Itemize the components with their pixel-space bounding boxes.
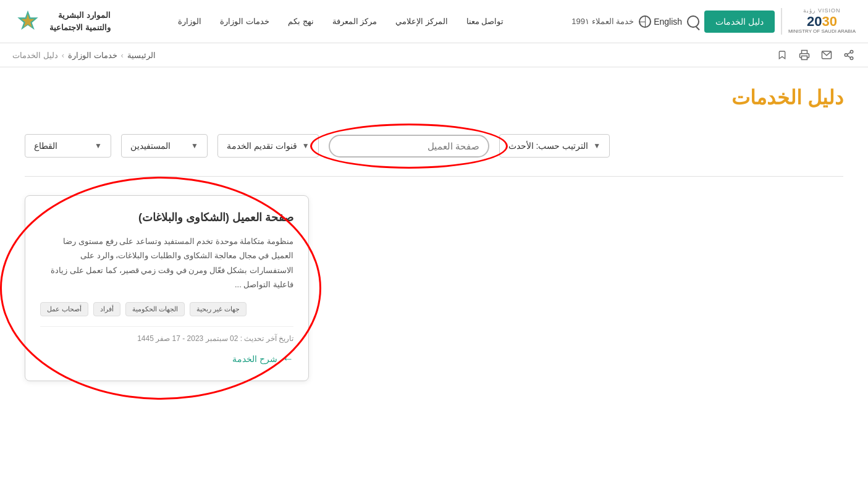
card-description: منظومة متكاملة موحدة تخدم المستفيد وتساع… <box>40 234 293 292</box>
breadcrumb-home[interactable]: الرئيسية <box>127 51 156 60</box>
card-date-value: 02 سبتمبر 2023 - 17 صفر 1445 <box>137 334 238 343</box>
sort-filter[interactable]: ▼ الترتيب حسب: الأحدث <box>499 134 610 158</box>
card-section: صفحة العميل (الشكاوى والبلاغات) منظومة م… <box>25 195 843 381</box>
card-title: صفحة العميل (الشكاوى والبلاغات) <box>40 211 293 224</box>
share-icon[interactable] <box>842 48 856 62</box>
ministry-logo-area: الموارد البشرية والتنمية الاجتماعية <box>12 6 111 37</box>
ministry-subtext: MINISTRY OF SAUDI ARABIA <box>788 29 856 35</box>
nav-link-nahj[interactable]: نهج بكم <box>288 17 314 26</box>
page-title: دليل الخدمات <box>25 86 843 109</box>
language-button[interactable]: English <box>639 15 682 28</box>
beneficiaries-filter[interactable]: ▼ المستفيدين <box>121 134 208 158</box>
sector-chevron: ▼ <box>95 141 102 150</box>
nav-link-knowledge[interactable]: مركز المعرفة <box>332 17 377 26</box>
breadcrumb: الرئيسية › خدمات الوزارة › دليل الخدمات <box>12 51 156 60</box>
card-tags: جهات غير ربحية الجهات الحكومية أفراد أصح… <box>40 302 293 316</box>
sector-filter[interactable]: ▼ القطاع <box>25 134 111 158</box>
vision-logo: VISION رؤية 2030 MINISTRY OF SAUDI ARABI… <box>781 8 856 35</box>
channels-label: قنوات تقديم الخدمة <box>227 141 297 151</box>
filters-wrapper: ▼ الترتيب حسب: الأحدث ▼ قنوات تقديم الخد… <box>25 134 843 381</box>
nav-link-khadamat[interactable]: خدمات الوزارة <box>220 17 269 26</box>
logo-area: VISION رؤية 2030 MINISTRY OF SAUDI ARABI… <box>704 8 856 35</box>
nav-right: VISION رؤية 2030 MINISTRY OF SAUDI ARABI… <box>571 8 856 35</box>
breadcrumb-current: دليل الخدمات <box>12 51 58 60</box>
toolbar-icons <box>775 48 856 62</box>
svg-line-5 <box>847 56 850 57</box>
nav-link-wizara[interactable]: الوزارة <box>178 17 201 26</box>
ministry-name: الموارد البشرية والتنمية الاجتماعية <box>49 9 111 33</box>
customer-service-label: خدمة العملاء 199١ <box>571 17 634 26</box>
search-input[interactable] <box>339 141 479 151</box>
services-button[interactable]: دليل الخدمات <box>704 11 775 33</box>
nav-link-contact[interactable]: تواصل معنا <box>466 17 504 26</box>
globe-icon <box>639 15 651 28</box>
service-card: صفحة العميل (الشكاوى والبلاغات) منظومة م… <box>25 195 309 381</box>
language-label: English <box>654 17 682 27</box>
breadcrumb-sep-1: › <box>121 51 124 60</box>
search-icon <box>687 15 699 28</box>
tag-1: جهات غير ربحية <box>190 302 246 316</box>
card-link-arrow: ← <box>282 353 293 366</box>
sort-label: الترتيب حسب: الأحدث <box>508 141 589 151</box>
sort-chevron: ▼ <box>593 141 600 150</box>
email-icon[interactable] <box>820 48 833 62</box>
search-filter[interactable] <box>329 135 489 158</box>
tag-2: الجهات الحكومية <box>125 302 185 316</box>
channels-chevron: ▼ <box>302 141 310 150</box>
beneficiaries-chevron: ▼ <box>191 141 198 150</box>
svg-point-3 <box>845 54 848 57</box>
vision-2030: 2030 <box>807 14 837 29</box>
nav-center: تواصل معنا المركز الإعلامي مركز المعرفة … <box>178 17 504 26</box>
bookmark-icon[interactable] <box>775 48 789 62</box>
print-icon[interactable] <box>798 48 811 62</box>
tag-3: أفراد <box>93 302 120 316</box>
svg-point-4 <box>850 57 853 60</box>
top-navigation: VISION رؤية 2030 MINISTRY OF SAUDI ARABI… <box>0 0 868 43</box>
main-content: دليل الخدمات ▼ الترتيب حسب: الأحدث ▼ قنو… <box>0 67 868 400</box>
nav-left: الموارد البشرية والتنمية الاجتماعية <box>12 6 111 37</box>
toolbar: الرئيسية › خدمات الوزارة › دليل الخدمات <box>0 43 868 67</box>
search-area[interactable] <box>687 15 699 28</box>
breadcrumb-ministry-services[interactable]: خدمات الوزارة <box>68 51 117 60</box>
beneficiaries-label: المستفيدين <box>130 141 171 151</box>
card-wrapper: صفحة العميل (الشكاوى والبلاغات) منظومة م… <box>25 195 309 381</box>
card-date-label: تاريخ آخر تحديث : <box>240 334 293 343</box>
card-date: تاريخ آخر تحديث : 02 سبتمبر 2023 - 17 صف… <box>40 326 293 343</box>
filters-row: ▼ الترتيب حسب: الأحدث ▼ قنوات تقديم الخد… <box>25 134 843 158</box>
svg-point-2 <box>850 51 853 54</box>
ministry-star-logo <box>12 6 43 37</box>
divider <box>25 176 843 177</box>
card-link-label: شرح الخدمة <box>232 354 277 364</box>
breadcrumb-sep-2: › <box>62 51 64 60</box>
sector-label: القطاع <box>34 141 57 151</box>
svg-rect-8 <box>802 56 807 60</box>
svg-line-6 <box>847 53 850 54</box>
channels-filter[interactable]: ▼ قنوات تقديم الخدمة <box>217 134 319 158</box>
tag-4: أصحاب عمل <box>40 302 88 316</box>
nav-link-media[interactable]: المركز الإعلامي <box>395 17 448 26</box>
search-wrapper <box>329 135 489 158</box>
card-link[interactable]: ← شرح الخدمة <box>40 353 293 366</box>
